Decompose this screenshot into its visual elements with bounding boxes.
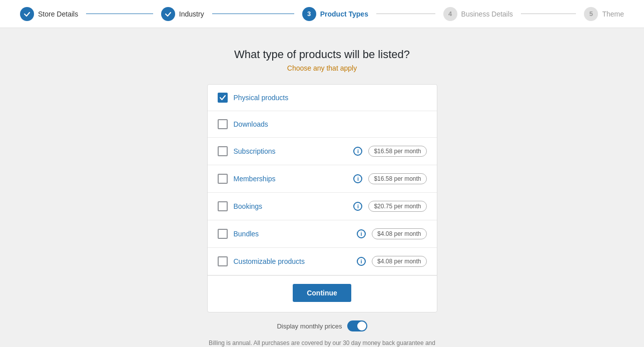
option-memberships: Memberships i $16.58 per month	[208, 165, 437, 193]
continue-row: Continue	[208, 275, 437, 312]
checkbox-downloads[interactable]	[218, 119, 228, 129]
checkbox-bundles[interactable]	[218, 229, 228, 239]
price-badge-subscriptions: $16.58 per month	[368, 146, 426, 157]
connector-3	[376, 14, 435, 14]
step-industry: Industry	[161, 7, 302, 21]
step-product-types: 3 Product Types	[302, 7, 443, 21]
checkbox-subscriptions[interactable]	[218, 146, 228, 156]
option-customizable: Customizable products i $4.08 per month	[208, 248, 437, 275]
step-store-details: Store Details	[20, 7, 161, 21]
checkbox-physical[interactable]	[218, 93, 228, 103]
option-label-customizable: Customizable products	[234, 257, 351, 265]
option-label-bundles: Bundles	[234, 230, 351, 238]
option-subscriptions: Subscriptions i $16.58 per month	[208, 138, 437, 165]
step-label-store-details: Store Details	[38, 10, 78, 18]
page-subtitle: Choose any that apply	[287, 64, 357, 72]
step-label-product-types: Product Types	[320, 10, 368, 18]
checkbox-visual-subscriptions	[218, 146, 228, 156]
connector-2	[212, 14, 294, 14]
stepper: Store Details Industry 3 Product Types	[0, 0, 644, 28]
info-icon-bookings[interactable]: i	[353, 202, 362, 211]
price-badge-memberships: $16.58 per month	[368, 173, 426, 184]
product-types-card: Physical products Downloads Subscription…	[207, 84, 437, 312]
option-label-downloads: Downloads	[234, 120, 427, 128]
option-bookings: Bookings i $20.75 per month	[208, 193, 437, 220]
step-label-business-details: Business Details	[461, 10, 513, 18]
step-theme: 5 Theme	[584, 7, 624, 21]
checkbox-visual-physical	[218, 93, 228, 103]
step-circle-store-details	[20, 7, 34, 21]
info-icon-subscriptions[interactable]: i	[353, 147, 362, 156]
checkbox-memberships[interactable]	[218, 174, 228, 184]
step-circle-business-details: 4	[443, 7, 457, 21]
option-label-physical: Physical products	[234, 94, 427, 102]
toggle-row: Display monthly prices	[277, 320, 367, 331]
option-label-bookings: Bookings	[234, 202, 348, 210]
info-icon-memberships[interactable]: i	[353, 174, 362, 183]
option-label-memberships: Memberships	[234, 175, 348, 183]
checkbox-bookings[interactable]	[218, 201, 228, 211]
toggle-label: Display monthly prices	[277, 322, 342, 330]
price-badge-bundles: $4.08 per month	[372, 228, 426, 239]
step-circle-industry	[161, 7, 175, 21]
option-physical: Physical products	[208, 85, 437, 111]
step-label-theme: Theme	[602, 10, 624, 18]
billing-notice: Billing is annual. All purchases are cov…	[207, 339, 437, 347]
option-downloads: Downloads	[208, 111, 437, 138]
connector-4	[521, 14, 576, 14]
checkbox-customizable[interactable]	[218, 256, 228, 266]
page-title: What type of products will be listed?	[234, 48, 410, 61]
step-circle-product-types: 3	[302, 7, 316, 21]
checkbox-visual-downloads	[218, 119, 228, 129]
continue-button[interactable]: Continue	[293, 284, 351, 302]
connector-1	[86, 14, 153, 14]
checkbox-visual-customizable	[218, 256, 228, 266]
monthly-prices-toggle[interactable]	[347, 320, 367, 331]
option-bundles: Bundles i $4.08 per month	[208, 220, 437, 248]
main-content: What type of products will be listed? Ch…	[0, 28, 644, 347]
price-badge-bookings: $20.75 per month	[368, 201, 426, 212]
price-badge-customizable: $4.08 per month	[372, 256, 426, 267]
checkbox-visual-bundles	[218, 229, 228, 239]
step-circle-theme: 5	[584, 7, 598, 21]
step-label-industry: Industry	[179, 10, 204, 18]
info-icon-customizable[interactable]: i	[357, 257, 366, 266]
info-icon-bundles[interactable]: i	[357, 229, 366, 238]
checkbox-visual-memberships	[218, 174, 228, 184]
option-label-subscriptions: Subscriptions	[234, 147, 348, 155]
step-business-details: 4 Business Details	[443, 7, 584, 21]
checkbox-visual-bookings	[218, 201, 228, 211]
